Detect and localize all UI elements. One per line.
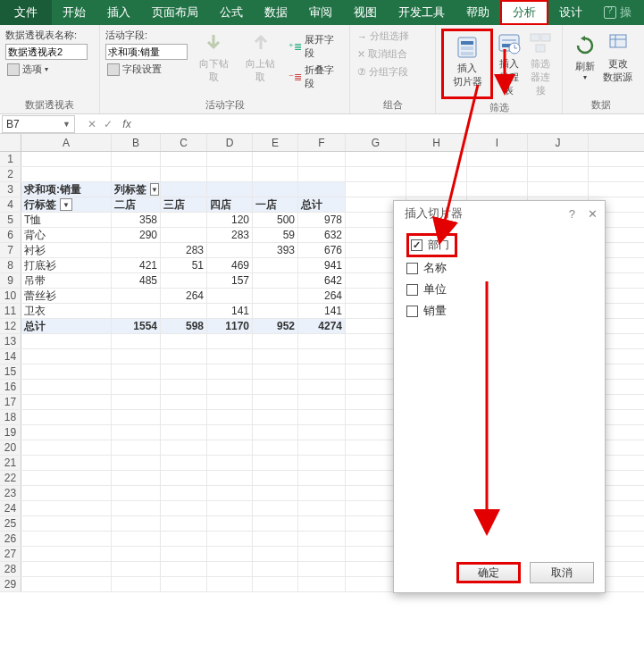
row-header[interactable]: 21 bbox=[0, 456, 21, 470]
cell[interactable] bbox=[207, 577, 253, 591]
tab-review[interactable]: 审阅 bbox=[298, 0, 343, 25]
col-header-I[interactable]: I bbox=[467, 134, 528, 151]
col-header-H[interactable]: H bbox=[406, 134, 467, 151]
cell[interactable] bbox=[207, 486, 253, 500]
cell[interactable] bbox=[298, 547, 346, 561]
cell[interactable] bbox=[21, 532, 112, 546]
cell[interactable] bbox=[112, 501, 161, 515]
cell[interactable] bbox=[298, 501, 346, 515]
cell[interactable]: 一店 bbox=[253, 197, 298, 212]
collapse-field-button[interactable]: ⁻≣折叠字段 bbox=[287, 63, 344, 91]
cell[interactable] bbox=[253, 562, 298, 576]
tab-view[interactable]: 视图 bbox=[343, 0, 388, 25]
cell[interactable] bbox=[253, 364, 298, 379]
row-header[interactable]: 15 bbox=[0, 364, 21, 379]
formula-input[interactable] bbox=[138, 115, 644, 133]
cell[interactable]: 141 bbox=[207, 304, 253, 318]
row-header[interactable]: 18 bbox=[0, 410, 21, 424]
cell[interactable] bbox=[207, 425, 253, 440]
cell[interactable] bbox=[161, 456, 207, 470]
cell[interactable] bbox=[112, 334, 161, 348]
cell[interactable]: 500 bbox=[253, 213, 298, 227]
cell[interactable] bbox=[161, 410, 207, 424]
cell[interactable] bbox=[253, 532, 298, 546]
cell[interactable]: 290 bbox=[112, 228, 161, 242]
cell[interactable]: 141 bbox=[298, 304, 346, 318]
cell[interactable] bbox=[161, 364, 207, 379]
cell[interactable]: 1170 bbox=[207, 319, 253, 333]
expand-field-button[interactable]: ⁺≣展开字段 bbox=[287, 32, 344, 61]
cell[interactable] bbox=[161, 516, 207, 531]
cell[interactable] bbox=[298, 395, 346, 409]
cell[interactable]: 51 bbox=[161, 258, 207, 272]
name-box[interactable]: B7▼ bbox=[2, 115, 75, 133]
cell[interactable] bbox=[253, 258, 298, 272]
cell[interactable]: 三店 bbox=[161, 197, 207, 212]
cell[interactable] bbox=[21, 334, 112, 348]
cell[interactable]: 952 bbox=[253, 319, 298, 333]
col-header-A[interactable]: A bbox=[21, 134, 112, 151]
cell[interactable] bbox=[161, 425, 207, 440]
col-header-G[interactable]: G bbox=[346, 134, 406, 151]
cell[interactable] bbox=[21, 440, 112, 455]
cell[interactable] bbox=[346, 152, 406, 166]
cell[interactable] bbox=[21, 152, 112, 166]
row-header[interactable]: 16 bbox=[0, 380, 21, 394]
row-header[interactable]: 27 bbox=[0, 547, 21, 561]
cell[interactable] bbox=[406, 167, 467, 181]
cell[interactable] bbox=[21, 562, 112, 576]
cell[interactable] bbox=[253, 380, 298, 394]
cell[interactable] bbox=[161, 213, 207, 227]
checkbox-label-name[interactable]: 名称 bbox=[423, 260, 447, 276]
cell[interactable] bbox=[253, 289, 298, 303]
refresh-button[interactable]: 刷新▾ bbox=[568, 29, 601, 86]
cell[interactable] bbox=[207, 243, 253, 257]
row-header[interactable]: 6 bbox=[0, 228, 21, 242]
cell[interactable] bbox=[467, 152, 528, 166]
cell[interactable] bbox=[112, 516, 161, 531]
cell[interactable] bbox=[346, 182, 406, 197]
row-header[interactable]: 5 bbox=[0, 213, 21, 227]
cell[interactable] bbox=[21, 577, 112, 591]
cell[interactable]: 卫衣 bbox=[21, 304, 112, 318]
cell[interactable] bbox=[253, 334, 298, 348]
cell[interactable]: 642 bbox=[298, 273, 346, 288]
cell[interactable] bbox=[161, 349, 207, 364]
cell[interactable] bbox=[253, 577, 298, 591]
cell[interactable] bbox=[253, 410, 298, 424]
filter-dropdown-icon[interactable]: ▼ bbox=[60, 198, 72, 211]
cell[interactable]: 941 bbox=[298, 258, 346, 272]
ungroup-button[interactable]: ⤫取消组合 bbox=[355, 46, 430, 62]
cell[interactable] bbox=[298, 349, 346, 364]
col-header-D[interactable]: D bbox=[207, 134, 253, 151]
row-header[interactable]: 25 bbox=[0, 516, 21, 531]
cell[interactable] bbox=[253, 152, 298, 166]
cell[interactable]: 393 bbox=[253, 243, 298, 257]
cell[interactable] bbox=[298, 577, 346, 591]
cell[interactable]: 蕾丝衫 bbox=[21, 289, 112, 303]
cell[interactable] bbox=[161, 167, 207, 181]
cell[interactable] bbox=[298, 471, 346, 485]
cell[interactable]: 59 bbox=[253, 228, 298, 242]
cancel-button[interactable]: 取消 bbox=[530, 562, 594, 583]
change-source-button[interactable]: 更改 数据源 bbox=[601, 29, 634, 86]
cell[interactable] bbox=[112, 532, 161, 546]
dialog-close-icon[interactable]: ✕ bbox=[588, 207, 598, 221]
row-header[interactable]: 3 bbox=[0, 182, 21, 197]
cell[interactable] bbox=[161, 471, 207, 485]
cell[interactable] bbox=[112, 486, 161, 500]
filter-dropdown-icon[interactable]: ▼ bbox=[150, 183, 159, 196]
cell[interactable] bbox=[21, 547, 112, 561]
dialog-help-icon[interactable]: ? bbox=[569, 207, 575, 221]
cell[interactable] bbox=[21, 501, 112, 515]
cell[interactable]: 衬衫 bbox=[21, 243, 112, 257]
cell[interactable]: 1554 bbox=[112, 319, 161, 333]
cell[interactable]: 421 bbox=[112, 258, 161, 272]
cell[interactable] bbox=[298, 167, 346, 181]
cell[interactable] bbox=[21, 486, 112, 500]
tab-tellme[interactable]: 操 bbox=[593, 0, 642, 25]
cell[interactable] bbox=[253, 273, 298, 288]
tab-data[interactable]: 数据 bbox=[254, 0, 298, 25]
cell[interactable] bbox=[467, 182, 528, 197]
row-header[interactable]: 28 bbox=[0, 562, 21, 576]
